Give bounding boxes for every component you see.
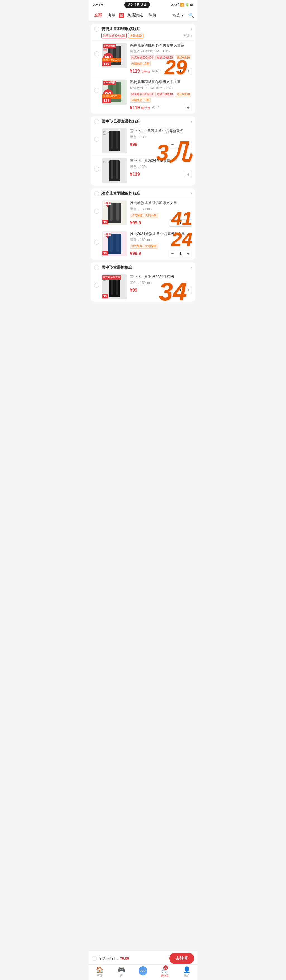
product-yaya-2-title: 鸭鸭儿童羽绒裤冬季男女中大童 [130, 80, 192, 84]
product-yaya-1-img[interactable]: YAYA 鸭鸭 YAYA鸭鸭 90 限时补贴300元 119 [102, 43, 127, 68]
product-yaya-2-checkbox[interactable] [94, 88, 99, 93]
nav-filter[interactable]: 筛选 ▼ [173, 13, 185, 18]
tag-yalu-1: 洋气保暖，无惧不羁 [130, 213, 158, 218]
product-xuefei2-1-checkbox[interactable] [94, 283, 99, 288]
svg-rect-30 [107, 234, 121, 254]
product-yaya-2-spec[interactable]: 锦绿色YE4E803153M，130 › [130, 86, 192, 91]
product-yalu-2-spec[interactable]: 藏青，130cm › [130, 237, 192, 242]
bluetooth-icon: * [178, 3, 179, 7]
qty-minus-xuefei2-1[interactable]: − [169, 286, 176, 294]
data-speed: 29.3 [171, 3, 177, 6]
product-yaya-1-spec[interactable]: 黑色YE4E803133M，130 › [130, 49, 192, 54]
search-icon[interactable]: 🔍 [188, 12, 194, 18]
svg-rect-18 [109, 161, 120, 181]
qty-minus-yaya-1[interactable]: − [169, 68, 176, 75]
product-yaya-2-info: 鸭鸭儿童羽绒裤冬季男女中大童 锦绿色YE4E803153M，130 › 跨店每满… [130, 80, 192, 111]
qty-plus-yaya-1[interactable]: + [185, 68, 192, 75]
product-yalu-1-img[interactable]: V 雅鹿 99 ▼雅鹿 [102, 200, 127, 226]
product-xuefei2-1-info: 雪中飞儿童羽绒2024冬季男 黑色，130cm › ¥99 − 1 + [130, 274, 192, 294]
store-yaya-name: 鸭鸭儿童羽绒服旗舰店 [101, 27, 189, 32]
product-xuefei2-1-img[interactable]: 雪中飞 kids 99 买五折单品直降 [102, 274, 127, 299]
nav-price-drop[interactable]: 降价 [146, 12, 159, 19]
svg-rect-25 [117, 203, 119, 221]
price-main-xuefei-2: ¥119 [130, 172, 140, 177]
qty-num-yalu-2[interactable]: 1 [176, 250, 185, 257]
product-yaya-1-tags: 跨店每满300减30 每满100减20 满100减10 分期免息 12期 [130, 55, 192, 66]
product-yalu-1-checkbox[interactable] [94, 209, 99, 214]
qty-plus-xuefei-2[interactable]: + [185, 171, 192, 178]
product-xuefei2-1-title: 雪中飞儿童羽绒2024冬季男 [130, 274, 192, 279]
store-yalu: 雅鹿儿童羽绒服旗舰店 › V 雅鹿 99 [91, 188, 195, 259]
svg-rect-23 [107, 203, 121, 223]
qty-plus-xuefei-1[interactable]: + [185, 141, 192, 148]
product-xuefei-1-checkbox[interactable] [94, 137, 99, 142]
product-xuefei2-1-spec[interactable]: 黑色，130cm › [130, 280, 192, 285]
product-yaya-1-checkbox[interactable] [94, 51, 99, 56]
yalu-badge-1: 99 [102, 220, 108, 224]
product-yalu-1: V 雅鹿 99 ▼雅鹿 雅鹿新款儿童羽绒加厚男女童 黑色，130cm › 洋气保… [91, 198, 195, 229]
qty-num-yalu-1[interactable]: 1 [176, 220, 185, 227]
promo-tag-1[interactable]: 满20减10 [128, 33, 143, 38]
product-xuefei-2-img[interactable]: 雪中飞 [102, 158, 127, 183]
product-xuefei-2: 雪中飞 雪中飞儿童2024冬季新款 黑色，130 › ¥119 + [91, 156, 195, 186]
store-yalu-name: 雅鹿儿童羽绒服旗舰店 [101, 191, 189, 196]
nav-cross-promo[interactable]: 跨店满减 [125, 12, 145, 19]
product-xuefei-1-info: 雪中飞kids童装儿童羽绒裤新款冬 黑色，130 › ¥99 − 1 + [130, 128, 192, 148]
product-yaya-2-img[interactable]: YAYA YAYA鸭鸭 90 限时补贴300元 119 [102, 80, 127, 105]
qty-controls-xuefei2-1: − 1 + [169, 286, 192, 294]
product-xuefei-2-checkbox[interactable] [94, 167, 99, 172]
product-yalu-1-spec[interactable]: 黑色，130cm › [130, 207, 192, 212]
product-yalu-1-info: 雅鹿新款儿童羽绒加厚男女童 黑色，130cm › 洋气保暖，无惧不羁 ¥99.9… [130, 200, 192, 226]
status-bar: 22:15 22:15:34 29.3 * 📶 🔋 51 [88, 0, 198, 10]
store-xuefei2-header: 雪中飞童装旗舰店 › [91, 262, 195, 272]
status-time-center: 22:15:34 [124, 2, 150, 8]
store-yalu-checkbox[interactable] [94, 191, 99, 196]
product-xuefei-1-spec[interactable]: 黑色，130 › [130, 135, 192, 140]
nav-coupon[interactable]: 凑单 [105, 12, 118, 19]
store-yaya-checkbox[interactable] [94, 27, 99, 32]
spec-arrow: › [169, 50, 170, 53]
promo-tag-0[interactable]: 跨店每满300减30 [101, 33, 126, 38]
product-yaya-2: YAYA YAYA鸭鸭 90 限时补贴300元 119 鸭鸭儿童羽绒裤冬季男女中… [91, 77, 195, 114]
product-yalu-2-checkbox[interactable] [94, 240, 99, 245]
qty-controls-yaya-1: − 1 + [169, 68, 192, 75]
store-yaya: 鸭鸭儿童羽绒服旗舰店 › 跨店每满300减30 满20减10 更多 › YAYA [91, 24, 195, 114]
svg-text:雪中飞: 雪中飞 [103, 131, 109, 133]
product-yalu-2-img[interactable]: V 99 ▼雅鹿 [102, 231, 127, 256]
svg-rect-24 [110, 203, 113, 221]
product-xuefei-2-title: 雪中飞儿童2024冬季新款 [130, 158, 192, 163]
qty-minus-yalu-2[interactable]: − [169, 250, 176, 257]
brand-badge-yaya-2: YAYA鸭鸭 [103, 81, 116, 85]
product-xuefei-2-spec[interactable]: 黑色，130 › [130, 165, 192, 169]
product-xuefei-1-img[interactable]: 雪中飞 kids [102, 128, 127, 153]
product-xuefei-2-price-row: ¥119 + [130, 171, 192, 178]
qty-num-yaya-1[interactable]: 1 [176, 68, 185, 75]
qty-plus-yalu-1[interactable]: + [185, 220, 192, 227]
store-xuefei2-name: 雪中飞童装旗舰店 [101, 265, 189, 270]
store-xuefei-header: 雪中飞母婴童装旗舰店 › [91, 116, 195, 126]
store-xuefei-checkbox[interactable] [94, 119, 99, 124]
product-yaya-2-tags: 跨店每满300减30 每满100减10 满100减10 分期免息 12期 [130, 92, 192, 103]
xuefei2-promo-badge: 买五折单品直降 [102, 275, 121, 280]
product-yalu-1-price-row: ¥99.9 − 1 + [130, 220, 192, 227]
price-original-yaya-1: ¥149 [152, 69, 160, 73]
product-yaya-1: YAYA 鸭鸭 YAYA鸭鸭 90 限时补贴300元 119 鸭鸭儿童羽绒裤冬季… [91, 40, 195, 77]
svg-rect-32 [117, 234, 119, 252]
promo-more[interactable]: 更多 › [184, 34, 192, 38]
svg-rect-13 [111, 130, 113, 149]
qty-minus-xuefei-1[interactable]: − [169, 141, 176, 148]
qty-plus-yaya-2[interactable]: + [185, 104, 192, 111]
svg-text:雅鹿: 雅鹿 [103, 207, 106, 208]
qty-minus-yalu-1[interactable]: − [169, 220, 176, 227]
store-xuefei2-checkbox[interactable] [94, 265, 99, 270]
product-xuefei-1-price-row: ¥99 − 1 + [130, 141, 192, 148]
qty-plus-xuefei2-1[interactable]: + [185, 286, 192, 294]
qty-plus-yalu-2[interactable]: + [185, 250, 192, 257]
qty-num-xuefei-1[interactable]: 1 [176, 141, 185, 148]
status-right-icons: 29.3 * 📶 🔋 51 [171, 3, 193, 7]
nav-all[interactable]: 全部 [92, 12, 104, 19]
store-yaya-promos: 跨店每满300减30 满20减10 更多 › [91, 33, 195, 40]
store-yaya-header: 鸭鸭儿童羽绒服旗舰店 › [91, 24, 195, 33]
qty-num-xuefei2-1[interactable]: 1 [176, 286, 185, 294]
product-yalu-2-title: 雅鹿2024新款儿童羽绒裤男童女童 [130, 231, 192, 236]
